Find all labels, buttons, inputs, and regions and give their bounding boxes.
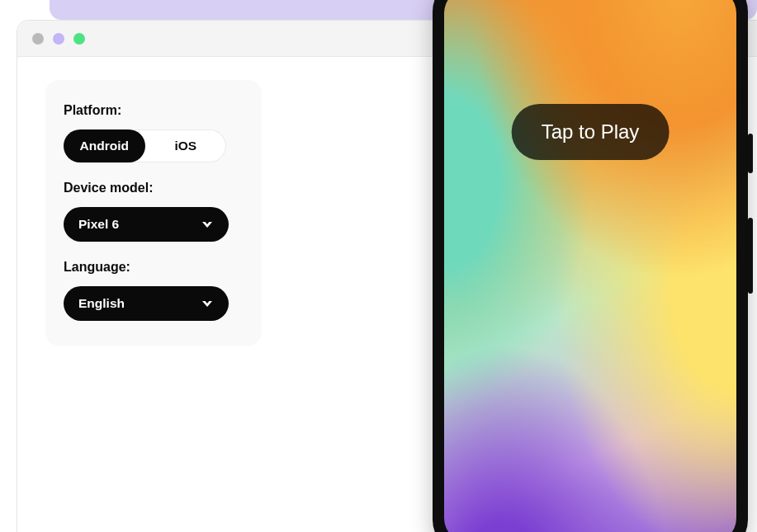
language-dropdown[interactable]: English <box>64 286 229 321</box>
device-model-label: Device model: <box>64 181 244 195</box>
chevron-down-icon <box>202 222 212 228</box>
settings-panel: Platform: Android iOS Device model: Pixe… <box>45 80 262 346</box>
language-label: Language: <box>64 260 244 275</box>
device-model-value: Pixel 6 <box>78 217 119 232</box>
language-value: English <box>78 296 125 311</box>
window-controls <box>32 33 85 45</box>
chevron-down-icon <box>202 301 212 307</box>
platform-toggle: Android iOS <box>64 129 226 162</box>
tap-to-play-button[interactable]: Tap to Play <box>512 104 669 160</box>
platform-option-android[interactable]: Android <box>64 129 145 162</box>
platform-option-ios[interactable]: iOS <box>145 129 227 162</box>
window-dot-zoom[interactable] <box>73 33 85 45</box>
platform-label: Platform: <box>64 103 244 118</box>
device-screen[interactable]: Tap to Play <box>444 0 736 532</box>
window-dot-close[interactable] <box>32 33 44 45</box>
device-model-dropdown[interactable]: Pixel 6 <box>64 207 229 242</box>
window-dot-minimize[interactable] <box>53 33 64 45</box>
device-frame: Tap to Play <box>433 0 748 532</box>
